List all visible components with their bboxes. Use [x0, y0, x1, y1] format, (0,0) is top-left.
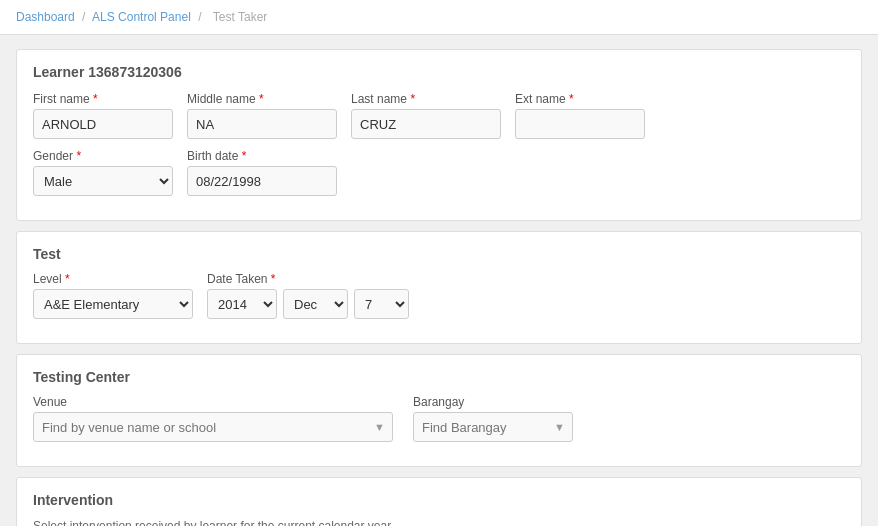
barangay-input[interactable]: [413, 412, 573, 442]
ext-name-input[interactable]: [515, 109, 645, 139]
level-select[interactable]: A&E Elementary A&E Secondary: [33, 289, 193, 319]
birth-date-label: Birth date *: [187, 149, 337, 163]
venue-wrapper: ▼: [33, 412, 393, 442]
test-section-title: Test: [33, 246, 845, 262]
breadcrumb-dashboard[interactable]: Dashboard: [16, 10, 75, 24]
level-group: Level * A&E Elementary A&E Secondary: [33, 272, 193, 319]
day-group: 1234 567 8910: [354, 289, 409, 319]
last-name-label: Last name *: [351, 92, 501, 106]
venue-group: Venue ▼: [33, 395, 393, 442]
gender-select[interactable]: Male Female: [33, 166, 173, 196]
middle-name-input[interactable]: [187, 109, 337, 139]
ext-name-group: Ext name *: [515, 92, 645, 139]
intervention-title: Intervention: [33, 492, 845, 508]
first-name-group: First name *: [33, 92, 173, 139]
name-row: First name * Middle name * Last name *: [33, 92, 845, 139]
middle-name-label: Middle name *: [187, 92, 337, 106]
last-name-group: Last name *: [351, 92, 501, 139]
intervention-description: Select intervention received by learner …: [33, 518, 845, 526]
breadcrumb: Dashboard / ALS Control Panel / Test Tak…: [0, 0, 878, 35]
first-name-label: First name *: [33, 92, 173, 106]
date-taken-label: Date Taken *: [207, 272, 409, 286]
venue-label: Venue: [33, 395, 393, 409]
testing-center-title: Testing Center: [33, 369, 845, 385]
last-name-input[interactable]: [351, 109, 501, 139]
birth-date-input[interactable]: [187, 166, 337, 196]
birth-date-group: Birth date *: [187, 149, 337, 196]
learner-card: Learner 136873120306 First name * Middle…: [16, 49, 862, 221]
testing-center-card: Testing Center Venue ▼ Barangay ▼: [16, 354, 862, 467]
gender-label: Gender *: [33, 149, 173, 163]
level-label: Level *: [33, 272, 193, 286]
gender-group: Gender * Male Female: [33, 149, 173, 196]
intervention-card: Intervention Select intervention receive…: [16, 477, 862, 526]
learner-id: Learner 136873120306: [33, 64, 845, 80]
date-taken-group: Date Taken * 2012 2013 2014 2015 2016: [207, 272, 409, 319]
test-card: Test Level * A&E Elementary A&E Secondar…: [16, 231, 862, 344]
middle-name-group: Middle name *: [187, 92, 337, 139]
month-select[interactable]: JanFebMar AprMayJun JulAugSep OctNovDec: [283, 289, 348, 319]
breadcrumb-current: Test Taker: [213, 10, 267, 24]
year-group: 2012 2013 2014 2015 2016: [207, 289, 277, 319]
breadcrumb-als[interactable]: ALS Control Panel: [92, 10, 191, 24]
barangay-wrapper: ▼: [413, 412, 573, 442]
month-group: JanFebMar AprMayJun JulAugSep OctNovDec: [283, 289, 348, 319]
year-select[interactable]: 2012 2013 2014 2015 2016: [207, 289, 277, 319]
test-row: Level * A&E Elementary A&E Secondary Dat…: [33, 272, 845, 319]
barangay-label: Barangay: [413, 395, 573, 409]
testing-center-row: Venue ▼ Barangay ▼: [33, 395, 845, 442]
day-select[interactable]: 1234 567 8910: [354, 289, 409, 319]
date-taken-row: 2012 2013 2014 2015 2016 JanFebMar AprMa…: [207, 289, 409, 319]
venue-input[interactable]: [33, 412, 393, 442]
ext-name-label: Ext name *: [515, 92, 645, 106]
gender-birth-row: Gender * Male Female Birth date *: [33, 149, 845, 196]
barangay-group: Barangay ▼: [413, 395, 573, 442]
first-name-input[interactable]: [33, 109, 173, 139]
